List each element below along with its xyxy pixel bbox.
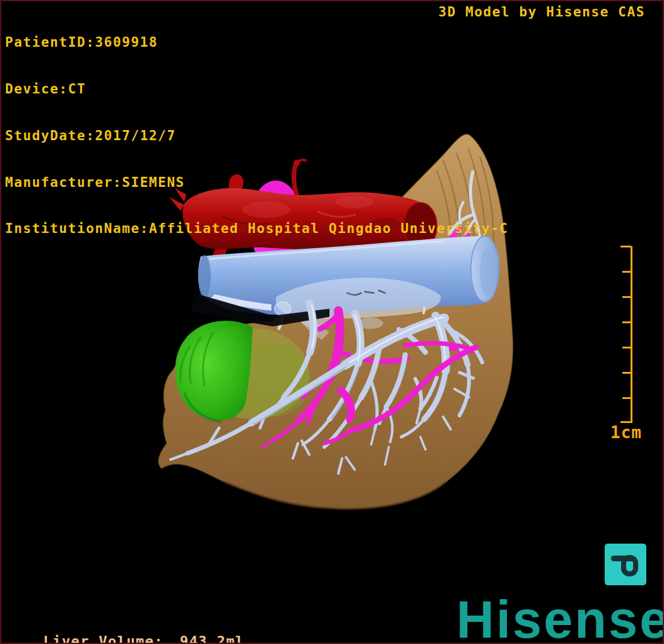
patient-info-overlay: PatientID:3609918 Device:CT StudyDate:20… bbox=[5, 4, 509, 268]
scale-tick bbox=[622, 271, 631, 273]
scale-tick bbox=[622, 296, 631, 298]
scale-label: 1cm bbox=[607, 423, 645, 442]
patient-id-line: PatientID:3609918 bbox=[5, 35, 509, 51]
liver-volume-readout: Liver Volume:943.2ml bbox=[6, 617, 245, 644]
scale-tick bbox=[622, 321, 631, 323]
scale-tick bbox=[622, 397, 631, 399]
hisense-logo: Hisense bbox=[456, 593, 664, 644]
scale-bar-line bbox=[631, 246, 632, 423]
hisense-p-icon bbox=[605, 544, 646, 585]
device-line: Device:CT bbox=[5, 81, 509, 97]
watermark-title: 3D Model by Hisense CAS bbox=[438, 4, 645, 20]
study-date-line: StudyDate:2017/12/7 bbox=[5, 128, 509, 144]
scale-tick bbox=[622, 347, 631, 349]
cas-3d-view-window: PatientID:3609918 Device:CT StudyDate:20… bbox=[0, 0, 664, 644]
scale-tick bbox=[620, 246, 631, 247]
institution-line: InstitutionName:Affiliated Hospital Qing… bbox=[5, 221, 509, 237]
manufacturer-line: Manufacturer:SIEMENS bbox=[5, 175, 509, 191]
liver-volume-value: 943.2ml bbox=[180, 633, 245, 644]
liver-volume-label: Liver Volume: bbox=[44, 633, 163, 644]
scale-tick bbox=[622, 372, 631, 374]
